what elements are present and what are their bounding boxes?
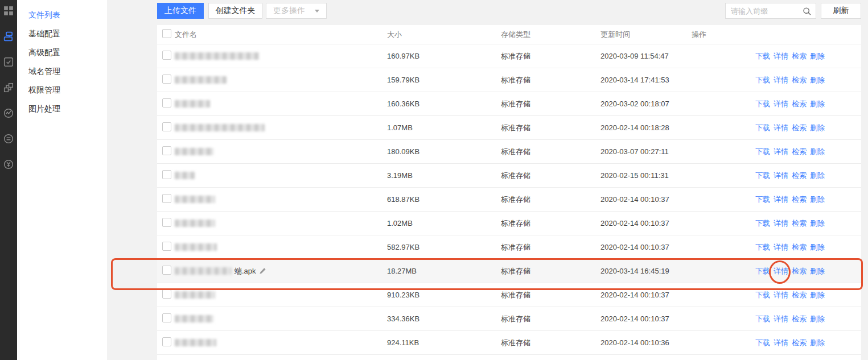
download-link[interactable]: 下载 [755,51,770,61]
column-header-name: 文件名 [175,30,387,40]
storage-bucket-icon[interactable] [3,31,14,42]
doc-circle-icon[interactable] [3,134,14,144]
download-link[interactable]: 下载 [755,314,770,324]
delete-link[interactable]: 删除 [810,195,825,205]
details-link[interactable]: 详情 [774,195,788,205]
details-link[interactable]: 详情 [774,171,788,181]
download-link[interactable]: 下载 [755,171,770,181]
row-actions: 下载详情检索删除 [692,338,861,348]
refresh-button[interactable]: 刷新 [821,3,861,19]
monitor-pulse-icon[interactable] [3,108,14,118]
row-checkbox[interactable] [162,75,171,84]
delete-link[interactable]: 删除 [810,338,825,348]
details-link[interactable]: 详情 [774,99,788,109]
download-link[interactable]: 下载 [755,242,770,253]
row-checkbox[interactable] [162,170,171,179]
row-actions: 下载详情检索删除 [692,266,861,276]
row-checkbox[interactable] [162,194,171,203]
sidebar-item-basic-config[interactable]: 基础配置 [17,24,107,43]
sidebar-item-image-processing[interactable]: 图片处理 [17,100,107,118]
retrieve-link[interactable]: 检索 [792,171,807,181]
row-checkbox[interactable] [162,337,171,346]
delete-link[interactable]: 删除 [810,147,825,157]
table-row: 924.11KB 标准存储 2020-02-14 00:10:36 下载详情检索… [157,331,861,355]
download-link[interactable]: 下载 [755,123,770,133]
retrieve-link[interactable]: 检索 [792,290,807,300]
toolbar: 上传文件 创建文件夹 更多操作 刷新 [157,3,861,19]
table-row: 180.09KB 标准存储 2020-03-07 00:27:11 下载详情检索… [157,140,861,164]
search-icon[interactable] [803,7,812,16]
column-header-updated: 更新时间 [600,30,692,40]
row-checkbox[interactable] [162,313,171,322]
cos-console-screen: 文件列表 基础配置 高级配置 域名管理 权限管理 图片处理 上传文件 创建文件夹… [0,0,868,360]
row-checkbox[interactable] [162,122,171,131]
details-link[interactable]: 详情 [774,123,788,133]
retrieve-link[interactable]: 检索 [792,99,807,109]
download-link[interactable]: 下载 [755,147,770,157]
download-link[interactable]: 下载 [755,338,770,348]
select-all-checkbox[interactable] [162,29,171,38]
details-link[interactable]: 详情 [774,147,788,157]
sidebar-item-advanced-config[interactable]: 高级配置 [17,43,107,62]
details-link[interactable]: 详情 [774,75,788,85]
download-link[interactable]: 下载 [755,218,770,229]
details-link[interactable]: 详情 [774,266,788,276]
more-actions-dropdown[interactable]: 更多操作 [266,3,327,19]
retrieve-link[interactable]: 检索 [792,314,807,324]
delete-link[interactable]: 删除 [810,123,825,133]
details-link[interactable]: 详情 [774,242,788,253]
edit-pencil-icon[interactable] [259,267,266,275]
retrieve-link[interactable]: 检索 [792,75,807,85]
currency-circle-icon[interactable] [3,159,14,169]
sidebar-item-file-list[interactable]: 文件列表 [17,6,107,24]
details-link[interactable]: 详情 [774,338,788,348]
redacted-file-name [175,100,210,107]
row-checkbox[interactable] [162,146,171,155]
upload-file-button[interactable]: 上传文件 [157,3,204,19]
download-link[interactable]: 下载 [755,266,770,276]
storage-class-cell: 标准存储 [501,99,600,109]
updated-time-cell: 2020-02-14 00:10:36 [600,338,692,347]
retrieve-link[interactable]: 检索 [792,123,807,133]
delete-link[interactable]: 删除 [810,75,825,85]
sidebar-item-domain-management[interactable]: 域名管理 [17,62,107,81]
topology-icon[interactable] [3,82,14,93]
retrieve-link[interactable]: 检索 [792,242,807,253]
retrieve-link[interactable]: 检索 [792,338,807,348]
download-link[interactable]: 下载 [755,195,770,205]
delete-link[interactable]: 删除 [810,290,825,300]
checklist-icon[interactable] [3,57,14,67]
delete-link[interactable]: 删除 [810,218,825,229]
download-link[interactable]: 下载 [755,290,770,300]
retrieve-link[interactable]: 检索 [792,51,807,61]
details-link[interactable]: 详情 [774,314,788,324]
delete-link[interactable]: 删除 [810,171,825,181]
updated-time-cell: 2020-03-14 17:41:53 [600,76,692,84]
row-checkbox[interactable] [162,51,171,60]
row-checkbox[interactable] [162,266,171,275]
retrieve-link[interactable]: 检索 [792,266,807,276]
row-checkbox[interactable] [162,289,171,299]
grid-dashboard-icon[interactable] [3,6,14,16]
details-link[interactable]: 详情 [774,218,788,229]
sidebar-item-permission-management[interactable]: 权限管理 [17,81,107,100]
row-checkbox[interactable] [162,98,171,107]
create-folder-button[interactable]: 创建文件夹 [208,3,262,19]
delete-link[interactable]: 删除 [810,99,825,109]
download-link[interactable]: 下载 [755,99,770,109]
retrieve-link[interactable]: 检索 [792,218,807,229]
redacted-file-name [175,52,259,60]
row-checkbox[interactable] [162,218,171,227]
delete-link[interactable]: 删除 [810,51,825,61]
download-link[interactable]: 下载 [755,75,770,85]
retrieve-link[interactable]: 检索 [792,195,807,205]
details-link[interactable]: 详情 [774,290,788,300]
delete-link[interactable]: 删除 [810,266,825,276]
retrieve-link[interactable]: 检索 [792,147,807,157]
details-link[interactable]: 详情 [774,51,788,61]
delete-link[interactable]: 删除 [810,314,825,324]
delete-link[interactable]: 删除 [810,242,825,253]
column-header-size: 大小 [387,30,501,40]
storage-class-cell: 标准存储 [501,75,600,85]
row-checkbox[interactable] [162,242,171,251]
